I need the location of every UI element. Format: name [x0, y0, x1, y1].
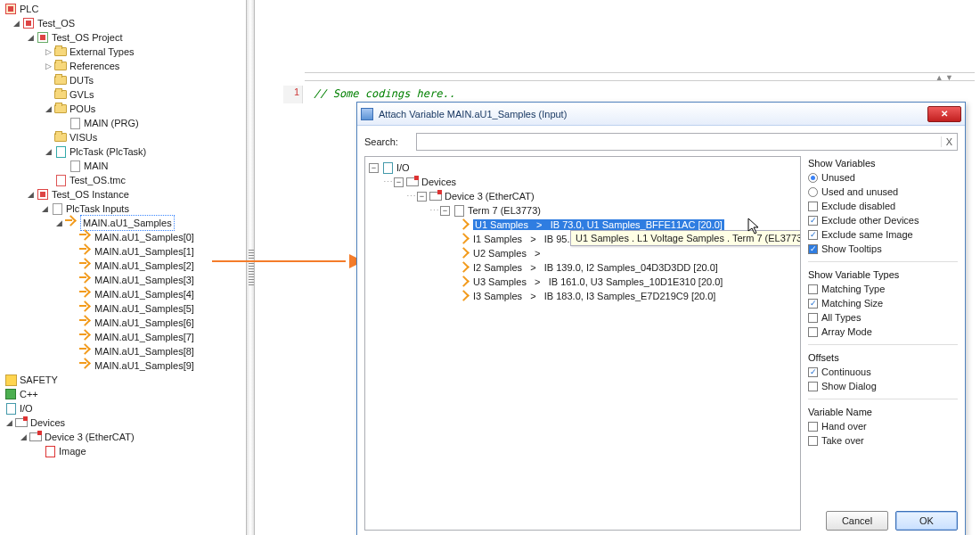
option-exclude-other-devices[interactable]: Exclude other Devices — [808, 213, 958, 227]
devices-icon — [405, 176, 420, 188]
collapse-icon[interactable]: − — [369, 163, 379, 173]
expander-icon[interactable] — [25, 187, 36, 202]
tree-node[interactable]: −I/O — [369, 160, 796, 175]
tree-node-io[interactable]: I/O — [4, 401, 244, 416]
var-icon — [78, 259, 93, 272]
variable-tree[interactable]: −I/O ⋯−Devices ⋯−Device 3 (EtherCAT) ⋯−T… — [364, 156, 801, 531]
device-icon — [29, 431, 43, 443]
option-matching-size[interactable]: Matching Size — [808, 296, 958, 310]
expander-icon[interactable] — [39, 202, 50, 216]
tree-node[interactable]: Test_OS.tmc — [4, 173, 244, 187]
safety-icon — [4, 374, 18, 386]
expander-icon[interactable] — [43, 45, 53, 59]
tree-node[interactable]: References — [4, 59, 244, 73]
checkbox-icon — [808, 382, 818, 391]
tree-node-safety[interactable]: SAFETY — [4, 373, 244, 387]
expander-icon[interactable] — [53, 216, 64, 230]
tree-node[interactable]: MAIN.aU1_Samples[9] — [4, 358, 244, 373]
var-icon — [78, 231, 93, 243]
expander-icon[interactable] — [43, 144, 53, 159]
tree-node[interactable]: PlcTask (PlcTask) — [4, 144, 244, 159]
clear-search-button[interactable]: X — [941, 136, 957, 147]
option-exclude-same-image[interactable]: Exclude same Image — [808, 227, 958, 242]
collapse-icon[interactable]: − — [417, 192, 427, 202]
collapse-icon[interactable]: ▲ ▼ — [935, 73, 953, 82]
expander-icon[interactable] — [43, 102, 53, 116]
tree-node[interactable]: ⋯−Device 3 (EtherCAT) — [369, 189, 796, 203]
tree-node-cpp[interactable]: C++ — [4, 387, 244, 401]
option-matching-type[interactable]: Matching Type — [808, 282, 958, 296]
option-take-over[interactable]: Take over — [808, 433, 958, 448]
checkbox-icon — [808, 367, 818, 377]
option-exclude-disabled[interactable]: Exclude disabled — [808, 199, 958, 213]
variable-row[interactable]: U3 Samples > IB 161.0, U3 Samples_10D1E3… — [369, 275, 796, 289]
tree-node[interactable]: MAIN.aU1_Samples[2] — [4, 259, 244, 273]
expander-icon[interactable] — [11, 16, 21, 30]
option-all-types[interactable]: All Types — [808, 310, 958, 325]
variable-row[interactable]: I2 Samples > IB 139.0, I2 Samples_04D3D3… — [369, 260, 796, 275]
expander-icon[interactable] — [4, 416, 14, 430]
search-label: Search: — [364, 136, 409, 147]
tree-node[interactable]: VISUs — [4, 130, 244, 144]
tree-node[interactable]: MAIN.aU1_Samples[0] — [4, 230, 244, 244]
folder-icon — [53, 74, 68, 86]
tree-node[interactable]: GVLs — [4, 87, 244, 102]
group-heading: Variable Name — [808, 407, 958, 417]
tree-node[interactable]: External Types — [4, 45, 244, 59]
var-icon — [458, 234, 470, 244]
tree-node[interactable]: MAIN.aU1_Samples[8] — [4, 344, 244, 358]
expander-icon[interactable] — [18, 430, 29, 444]
tree-node[interactable]: Devices — [4, 416, 244, 430]
tree-node-plc[interactable]: PLC — [4, 2, 244, 16]
var-icon — [458, 276, 470, 287]
tree-node[interactable]: MAIN.aU1_Samples[1] — [4, 244, 244, 259]
option-used-unused[interactable]: Used and unused — [808, 185, 958, 199]
tree-node-selected[interactable]: MAIN.aU1_Samples — [4, 216, 244, 230]
close-button[interactable]: ✕ — [927, 106, 961, 122]
option-unused[interactable]: Unused — [808, 170, 958, 185]
expander-icon[interactable] — [25, 30, 36, 45]
dialog-titlebar[interactable]: Attach Variable MAIN.aU1_Samples (Input)… — [357, 103, 965, 126]
tree-node[interactable]: MAIN.aU1_Samples[3] — [4, 273, 244, 287]
cancel-button[interactable]: Cancel — [826, 511, 888, 531]
collapse-icon[interactable]: − — [440, 206, 450, 216]
expander-icon[interactable] — [43, 59, 53, 73]
option-show-dialog[interactable]: Show Dialog — [808, 379, 958, 393]
tree-node[interactable]: MAIN — [4, 159, 244, 173]
option-continuous[interactable]: Continuous — [808, 365, 958, 379]
variable-row[interactable]: I3 Samples > IB 183.0, I3 Samples_E7D219… — [369, 289, 796, 303]
tree-node[interactable]: MAIN.aU1_Samples[7] — [4, 330, 244, 344]
tree-node[interactable]: Test_OS Instance — [4, 187, 244, 202]
tree-node[interactable]: Test_OS Project — [4, 30, 244, 45]
io-icon — [380, 161, 395, 174]
tree-node[interactable]: POUs — [4, 102, 244, 116]
task-icon — [53, 145, 68, 158]
tree-node[interactable]: MAIN.aU1_Samples[6] — [4, 316, 244, 330]
tree-node[interactable]: ⋯−Devices — [369, 175, 796, 189]
tree-node[interactable]: PlcTask Inputs — [4, 202, 244, 216]
checkbox-icon — [808, 299, 818, 309]
tree-node[interactable]: Image — [4, 444, 244, 458]
tree-node[interactable]: DUTs — [4, 73, 244, 87]
tooltip: U1 Samples . L1 Voltage Samples . Term 7… — [570, 230, 801, 246]
option-array-mode[interactable]: Array Mode — [808, 325, 958, 339]
tree-node[interactable]: ⋯−Term 7 (EL3773) — [369, 203, 796, 218]
tree-node[interactable]: Test_OS — [4, 16, 244, 30]
tmc-icon — [53, 174, 68, 186]
tree-node[interactable]: MAIN.aU1_Samples[5] — [4, 301, 244, 316]
var-icon — [78, 345, 93, 358]
search-input[interactable] — [417, 134, 941, 150]
ok-button[interactable]: OK — [895, 511, 958, 531]
checkbox-icon — [808, 436, 818, 446]
project-tree[interactable]: PLC Test_OS Test_OS Project External Typ… — [4, 2, 244, 458]
option-show-tooltips[interactable]: Show Tooltips — [808, 242, 958, 256]
tree-node[interactable]: Device 3 (EtherCAT) — [4, 430, 244, 444]
collapse-icon[interactable]: − — [394, 177, 404, 187]
tree-node[interactable]: MAIN.aU1_Samples[4] — [4, 287, 244, 301]
variable-row[interactable]: U2 Samples > — [369, 246, 796, 260]
option-hand-over[interactable]: Hand over — [808, 419, 958, 433]
search-box: X — [416, 133, 958, 151]
var-icon — [78, 302, 93, 315]
var-array-icon — [64, 217, 78, 229]
tree-node[interactable]: MAIN (PRG) — [4, 116, 244, 130]
